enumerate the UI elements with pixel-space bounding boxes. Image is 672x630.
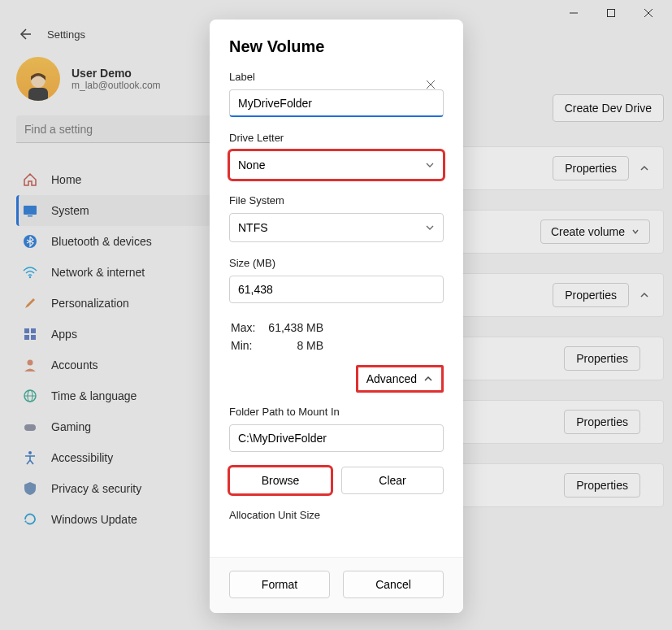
folder-path-input[interactable] — [229, 424, 444, 452]
advanced-toggle[interactable]: Advanced — [356, 365, 444, 393]
label-field-label: Label — [229, 71, 444, 83]
drive-letter-select[interactable]: None — [229, 150, 444, 180]
browse-button[interactable]: Browse — [229, 467, 332, 494]
allocation-label: Allocation Unit Size — [229, 509, 444, 521]
chevron-up-icon — [423, 374, 433, 384]
clear-button[interactable]: Clear — [341, 467, 444, 494]
size-label: Size (MB) — [229, 257, 444, 269]
drive-letter-label: Drive Letter — [229, 132, 444, 144]
chevron-down-icon — [425, 223, 435, 232]
new-volume-dialog: New Volume Label Drive Letter None File … — [210, 20, 463, 613]
chevron-down-icon — [425, 160, 435, 170]
volume-label-input[interactable] — [229, 89, 444, 117]
file-system-label: File System — [229, 194, 444, 206]
size-input[interactable] — [229, 276, 444, 303]
dialog-title: New Volume — [229, 37, 444, 56]
cancel-button[interactable]: Cancel — [343, 571, 444, 598]
format-button[interactable]: Format — [229, 571, 330, 598]
dialog-footer: Format Cancel — [210, 557, 463, 613]
size-limits: Max:61,438 MB Min:8 MB — [229, 318, 336, 355]
clear-input-icon[interactable] — [424, 78, 437, 91]
folder-path-label: Folder Path to Mount In — [229, 406, 444, 418]
file-system-select[interactable]: NTFS — [229, 213, 444, 242]
